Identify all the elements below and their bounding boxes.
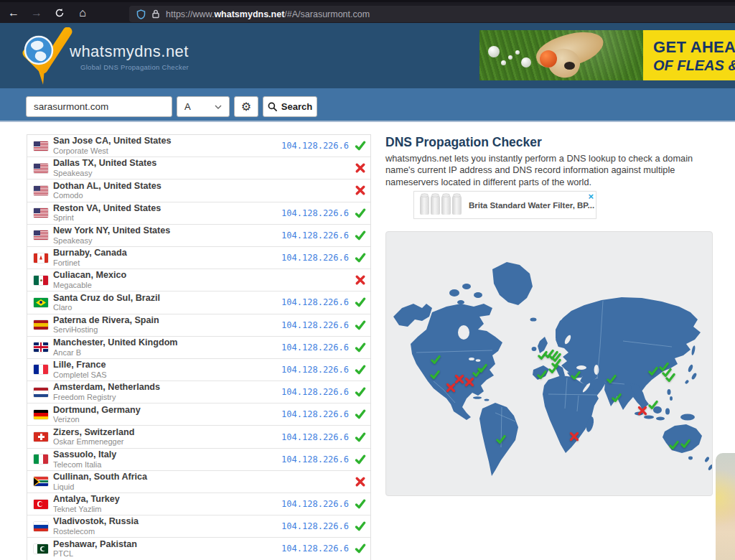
status-icon <box>355 431 366 443</box>
server-location: New York NY, United States <box>53 226 281 235</box>
map-check-marker <box>496 434 507 445</box>
top-ad-banner[interactable]: GET AHEAD OF FLEAS & <box>479 30 735 80</box>
inline-ad[interactable]: Brita Standard Water Filter, BP... × <box>413 191 596 219</box>
resolved-ip: 104.128.226.6 <box>281 208 349 218</box>
home-button[interactable]: ⌂ <box>73 4 92 22</box>
server-row[interactable]: Dallas TX, United States Speakeasy <box>27 157 370 179</box>
country-flag-icon <box>34 365 48 374</box>
country-flag-icon <box>34 298 48 307</box>
country-flag-icon <box>34 432 48 442</box>
resolved-ip: 104.128.226.6 <box>281 499 349 509</box>
country-flag-icon <box>34 208 48 218</box>
record-type-select[interactable]: A <box>177 96 230 117</box>
page-title: DNS Propagation Checker <box>385 135 542 150</box>
status-icon <box>355 319 366 331</box>
server-location: Burnaby, Canada <box>53 248 281 258</box>
lock-icon[interactable] <box>151 9 160 19</box>
url-bar[interactable]: https://www.whatsmydns.net/#A/sarasurmon… <box>129 6 735 22</box>
server-provider: Speakeasy <box>53 237 281 245</box>
server-row[interactable]: Zizers, Switzerland Oskar Emmenegger 104… <box>27 426 370 448</box>
server-row[interactable]: Burnaby, Canada Fortinet 104.128.226.6 <box>27 247 370 269</box>
reload-icon <box>55 8 65 18</box>
country-flag-icon <box>34 544 48 554</box>
resolved-ip: 104.128.226.6 <box>281 365 349 375</box>
ad-text-panel: GET AHEAD OF FLEAS & <box>643 30 735 80</box>
back-button[interactable]: ← <box>4 4 23 22</box>
ad-headline: GET AHEAD <box>653 38 735 57</box>
server-row[interactable]: Antalya, Turkey Teknet Yazlim 104.128.22… <box>27 493 370 515</box>
server-row[interactable]: Paterna de Rivera, Spain ServiHosting 10… <box>27 314 370 337</box>
server-row[interactable]: Culiacan, Mexico Megacable <box>27 269 370 291</box>
map-fail-marker <box>464 377 475 388</box>
map-check-marker <box>612 393 622 403</box>
status-icon <box>355 252 366 263</box>
resolved-ip: 104.128.226.6 <box>281 253 349 263</box>
server-row[interactable]: New York NY, United States Speakeasy 104… <box>27 225 370 247</box>
status-icon <box>355 342 366 353</box>
shield-icon[interactable] <box>136 9 146 19</box>
server-row[interactable]: Dortmund, Germany Verizon 104.128.226.6 <box>27 403 370 426</box>
map-check-marker <box>607 374 617 385</box>
country-flag-icon <box>34 186 48 195</box>
server-location: Peshawar, Pakistan <box>53 540 281 549</box>
server-location: Dortmund, Germany <box>53 406 281 415</box>
server-row[interactable]: San Jose CA, United States Corporate Wes… <box>27 135 370 157</box>
map-check-marker <box>548 364 559 375</box>
server-provider: Telecom Italia <box>53 461 281 469</box>
map-fail-marker <box>637 406 648 416</box>
server-provider: Speakeasy <box>53 169 349 177</box>
search-button-label: Search <box>281 101 312 112</box>
dog-image <box>564 62 575 70</box>
server-row[interactable]: Vladivostok, Russia Rostelecom 104.128.2… <box>27 515 370 538</box>
resolved-ip: 104.128.226.6 <box>281 432 349 442</box>
resolved-ip: 104.128.226.6 <box>281 543 349 554</box>
server-row[interactable]: Reston VA, United States Sprint 104.128.… <box>27 202 370 225</box>
server-row[interactable]: Cullinan, South Africa Liquid <box>27 471 370 493</box>
server-row[interactable]: Lille, France Completel SAS 104.128.226.… <box>27 359 370 381</box>
browser-toolbar: ← → ⌂ https://www.whatsmydns.net/#A/sara… <box>0 0 735 23</box>
whatsmydns-logo[interactable] <box>19 27 75 86</box>
server-location: Reston VA, United States <box>53 204 281 213</box>
country-flag-icon <box>34 230 48 240</box>
url-text: https://www.whatsmydns.net/#A/sarasurmon… <box>166 9 370 19</box>
resolved-ip: 104.128.226.6 <box>281 342 349 353</box>
server-row[interactable]: Santa Cruz do Sul, Brazil Claro 104.128.… <box>27 291 370 314</box>
domain-input[interactable] <box>26 96 172 117</box>
resolved-ip: 104.128.226.6 <box>281 521 349 531</box>
options-button[interactable]: ⚙ <box>234 96 258 117</box>
server-provider: Completel SAS <box>53 371 281 379</box>
status-icon <box>355 386 366 398</box>
status-icon <box>355 140 366 151</box>
server-row[interactable]: Peshawar, Pakistan PTCL 104.128.226.6 <box>27 538 370 560</box>
status-icon <box>355 521 366 532</box>
server-row[interactable]: Amsterdam, Netherlands Freedom Registry … <box>27 381 370 403</box>
resolved-ip: 104.128.226.6 <box>281 141 349 151</box>
forward-button[interactable]: → <box>27 4 46 22</box>
server-row[interactable]: Manchester, United Kingdom Ancar B 104.1… <box>27 337 370 359</box>
server-location: Manchester, United Kingdom <box>53 338 281 347</box>
status-icon <box>355 498 366 510</box>
country-flag-icon <box>34 320 48 330</box>
search-button[interactable]: Search <box>263 96 317 117</box>
map-check-marker <box>571 370 581 381</box>
server-provider: ServiHosting <box>53 326 281 334</box>
country-flag-icon <box>34 342 48 352</box>
status-icon <box>355 476 366 487</box>
server-provider: Teknet Yazlim <box>53 505 281 513</box>
server-row[interactable]: Dothan AL, United States Comodo <box>27 179 370 202</box>
brand-name[interactable]: whatsmydns.net <box>70 42 189 61</box>
country-flag-icon <box>34 454 48 464</box>
server-provider: Verizon <box>53 416 281 424</box>
water-filter-image <box>452 195 462 215</box>
ad-close-icon[interactable]: × <box>588 192 594 202</box>
server-provider: Corporate West <box>53 147 281 155</box>
server-location: Culiacan, Mexico <box>53 271 349 280</box>
status-icon <box>355 185 366 196</box>
status-icon <box>355 207 366 219</box>
server-row[interactable]: Sassuolo, Italy Telecom Italia 104.128.2… <box>27 449 370 471</box>
gear-icon: ⚙ <box>241 100 251 113</box>
browser-window: ← → ⌂ https://www.whatsmydns.net/#A/sara… <box>0 0 735 560</box>
server-location: Dallas TX, United States <box>53 159 349 168</box>
corner-ad-image[interactable] <box>716 453 735 560</box>
reload-button[interactable] <box>50 4 69 22</box>
